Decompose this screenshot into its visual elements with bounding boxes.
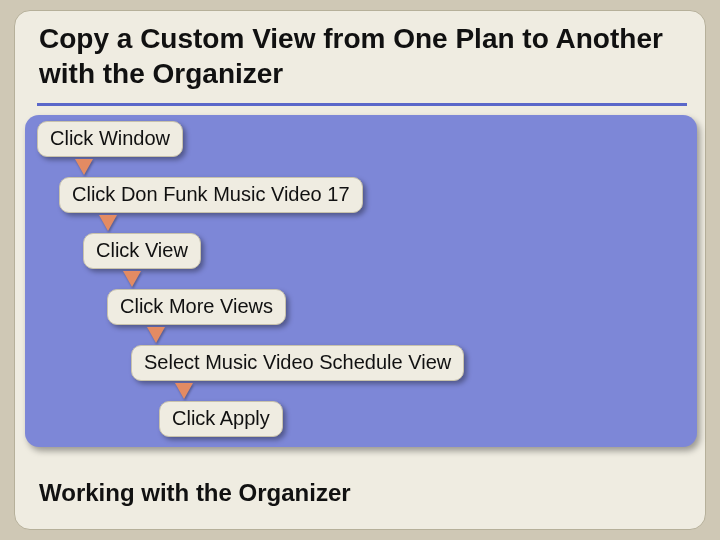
slide-title: Copy a Custom View from One Plan to Anot… <box>39 21 679 91</box>
arrow-icon <box>99 215 117 231</box>
step-1: Click Window <box>37 121 183 157</box>
arrow-icon <box>123 271 141 287</box>
steps-container: Click Window Click Don Funk Music Video … <box>25 115 697 447</box>
slide-card: Copy a Custom View from One Plan to Anot… <box>14 10 706 530</box>
step-3: Click View <box>83 233 201 269</box>
arrow-icon <box>175 383 193 399</box>
slide-footer: Working with the Organizer <box>39 479 351 507</box>
step-4: Click More Views <box>107 289 286 325</box>
step-2: Click Don Funk Music Video 17 <box>59 177 363 213</box>
arrow-icon <box>147 327 165 343</box>
step-5: Select Music Video Schedule View <box>131 345 464 381</box>
title-underline <box>37 103 687 106</box>
arrow-icon <box>75 159 93 175</box>
step-6: Click Apply <box>159 401 283 437</box>
